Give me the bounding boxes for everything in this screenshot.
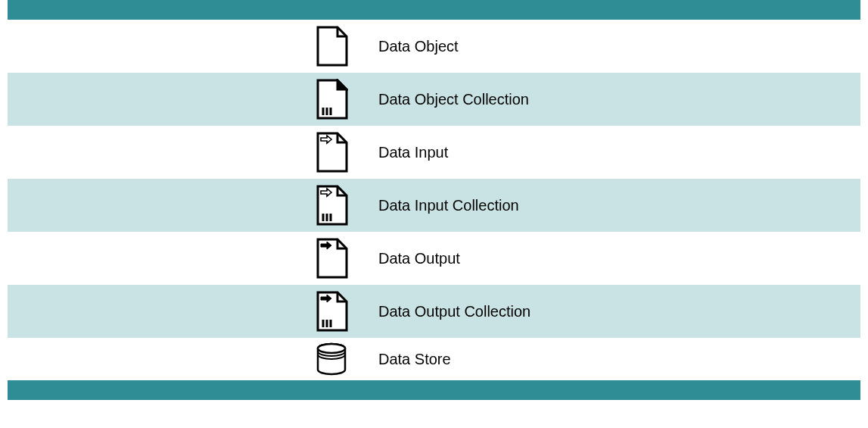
row-label: Data Store — [378, 351, 860, 368]
icon-cell — [8, 238, 378, 279]
row-data-object: Data Object — [8, 20, 860, 73]
data-object-collection-icon — [316, 79, 348, 120]
icon-cell — [8, 342, 378, 376]
icon-cell — [8, 185, 378, 226]
data-input-collection-icon — [316, 185, 348, 226]
data-store-icon — [315, 342, 348, 376]
icon-cell — [8, 79, 378, 120]
row-label: Data Object — [378, 38, 860, 55]
data-input-icon — [316, 132, 348, 173]
icon-cell — [8, 291, 378, 332]
row-data-input: Data Input — [8, 126, 860, 179]
row-label: Data Output — [378, 250, 860, 267]
data-object-icon — [316, 26, 348, 67]
row-label: Data Input — [378, 144, 860, 161]
icon-cell — [8, 132, 378, 173]
row-data-output-collection: Data Output Collection — [8, 285, 860, 338]
top-rule — [8, 0, 860, 20]
row-label: Data Output Collection — [378, 303, 860, 320]
row-data-object-collection: Data Object Collection — [8, 73, 860, 126]
row-data-output: Data Output — [8, 232, 860, 285]
bottom-rule — [8, 380, 860, 400]
icon-cell — [8, 26, 378, 67]
row-label: Data Object Collection — [378, 91, 860, 108]
row-data-store: Data Store — [8, 338, 860, 380]
data-output-icon — [316, 238, 348, 279]
row-data-input-collection: Data Input Collection — [8, 179, 860, 232]
row-label: Data Input Collection — [378, 197, 860, 214]
data-output-collection-icon — [316, 291, 348, 332]
svg-point-10 — [318, 344, 345, 353]
